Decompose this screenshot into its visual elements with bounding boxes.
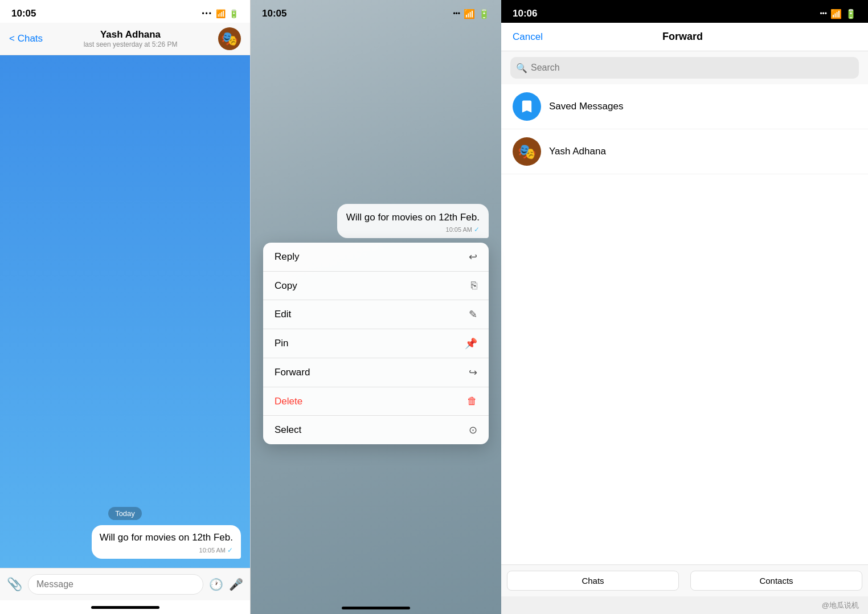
context-menu-pin[interactable]: Pin 📌 [263, 329, 489, 358]
forward-search-bar: 🔍 [501, 51, 868, 84]
chat-status-bar: 10:05 ••• 📶 🔋 [0, 0, 250, 23]
edit-label: Edit [275, 309, 291, 320]
forward-nav-bar: Cancel Forward [501, 23, 868, 51]
wifi-icon: 📶 [830, 9, 842, 19]
chat-messages-area: Today Will go for movies on 12th Feb. 10… [0, 55, 250, 568]
context-menu-copy[interactable]: Copy ⎘ [263, 272, 489, 300]
cancel-button[interactable]: Cancel [513, 31, 543, 43]
forward-status-icons: ••• 📶 🔋 [820, 9, 857, 19]
battery-icon: 🔋 [229, 9, 239, 18]
tab-chats[interactable]: Chats [507, 571, 679, 591]
battery-icon: 🔋 [845, 9, 857, 19]
message-time: 10:05 AM [199, 547, 226, 554]
wifi-icon: 📶 [464, 9, 475, 19]
pin-label: Pin [275, 338, 289, 349]
saved-messages-name: Saved Messages [549, 101, 623, 112]
yash-name: Yash Adhana [549, 146, 606, 157]
context-bubble-text: Will go for movies on 12th Feb. [346, 211, 480, 224]
chat-user-name: Yash Adhana [84, 29, 178, 40]
context-content: Will go for movies on 12th Feb. 10:05 AM… [263, 204, 489, 445]
chat-back-button[interactable]: < Chats [9, 33, 43, 44]
signal-icon: ••• [820, 10, 827, 18]
context-menu-select[interactable]: Select ⊙ [263, 416, 489, 444]
chat-user-status: last seen yesterday at 5:26 PM [84, 40, 178, 48]
panel-context: 10:05 ••• 📶 🔋 Will go for movies on 12th… [251, 0, 501, 614]
message-check: ✓ [227, 546, 233, 554]
context-message-time: 10:05 AM [446, 226, 472, 233]
forward-label: Forward [275, 367, 310, 378]
context-message-check: ✓ [474, 226, 480, 234]
reply-icon: ↩ [469, 251, 477, 263]
chat-status-time: 10:05 [11, 8, 36, 19]
watermark-bar: @地瓜说机 [501, 596, 868, 614]
delete-icon: 🗑 [467, 395, 477, 407]
copy-icon: ⎘ [471, 280, 477, 292]
context-menu: Reply ↩ Copy ⎘ Edit ✎ Pin 📌 Forward ↪ De… [263, 243, 489, 444]
select-label: Select [275, 424, 301, 436]
context-menu-reply[interactable]: Reply ↩ [263, 243, 489, 272]
search-icon: 🔍 [516, 63, 527, 73]
context-message-bubble: Will go for movies on 12th Feb. 10:05 AM… [337, 204, 489, 239]
forward-bottom-tabs: Chats Contacts [501, 564, 868, 596]
reply-label: Reply [275, 251, 299, 263]
forward-status-time: 10:06 [513, 8, 537, 19]
panel-forward: 10:06 ••• 📶 🔋 Cancel Forward 🔍 Saved Mes… [501, 0, 868, 614]
mic-button[interactable]: 🎤 [229, 578, 243, 591]
chat-nav-bar: < Chats Yash Adhana last seen yesterday … [0, 23, 250, 55]
message-input[interactable] [28, 574, 203, 595]
tab-contacts[interactable]: Contacts [690, 571, 862, 591]
emoji-button[interactable]: 🕐 [209, 578, 223, 591]
attach-button[interactable]: 📎 [7, 577, 22, 592]
panel-chat: 10:05 ••• 📶 🔋 < Chats Yash Adhana last s… [0, 0, 251, 614]
copy-label: Copy [275, 280, 297, 292]
yash-avatar: 🎭 [513, 137, 541, 166]
chat-message-meta: 10:05 AM ✓ [100, 546, 233, 554]
forward-icon: ↪ [469, 366, 477, 379]
signal-icon: ••• [453, 10, 460, 18]
watermark-text: @地瓜说机 [822, 601, 859, 609]
edit-icon: ✎ [469, 308, 477, 321]
delete-label: Delete [275, 396, 302, 407]
context-status-bar: 10:05 ••• 📶 🔋 [251, 0, 501, 23]
home-bar [91, 606, 159, 609]
home-bar [342, 607, 410, 609]
chat-user-info: Yash Adhana last seen yesterday at 5:26 … [84, 29, 178, 48]
select-icon: ⊙ [469, 424, 477, 436]
context-menu-forward[interactable]: Forward ↪ [263, 358, 489, 387]
chat-message-bubble: Will go for movies on 12th Feb. 10:05 AM… [92, 525, 241, 559]
saved-messages-avatar [513, 92, 541, 121]
forward-search-input[interactable] [510, 57, 859, 79]
context-status-time: 10:05 [262, 8, 286, 19]
forward-search-wrap: 🔍 [510, 57, 859, 79]
context-status-icons: ••• 📶 🔋 [453, 9, 490, 19]
chat-status-icons: ••• 📶 🔋 [202, 9, 239, 18]
pin-icon: 📌 [465, 337, 477, 350]
chat-home-indicator [0, 600, 250, 614]
forward-saved-messages[interactable]: Saved Messages [501, 84, 868, 129]
chat-today-badge: Today [9, 508, 241, 518]
forward-yash-adhana[interactable]: 🎭 Yash Adhana [501, 129, 868, 174]
today-label: Today [108, 507, 142, 520]
chat-input-bar: 📎 🕐 🎤 [0, 568, 250, 600]
context-menu-edit[interactable]: Edit ✎ [263, 300, 489, 329]
wifi-icon: 📶 [216, 9, 226, 18]
chat-avatar[interactable]: 🎭 [218, 27, 241, 50]
context-bubble-meta: 10:05 AM ✓ [346, 226, 480, 234]
context-home-indicator [251, 607, 501, 609]
forward-contacts-list: Saved Messages 🎭 Yash Adhana [501, 84, 868, 564]
context-menu-delete[interactable]: Delete 🗑 [263, 387, 489, 416]
battery-icon: 🔋 [478, 9, 490, 19]
forward-status-bar: 10:06 ••• 📶 🔋 [501, 0, 868, 23]
signal-icon: ••• [202, 10, 212, 18]
chat-message-text: Will go for movies on 12th Feb. [100, 531, 233, 545]
forward-title: Forward [662, 31, 703, 43]
